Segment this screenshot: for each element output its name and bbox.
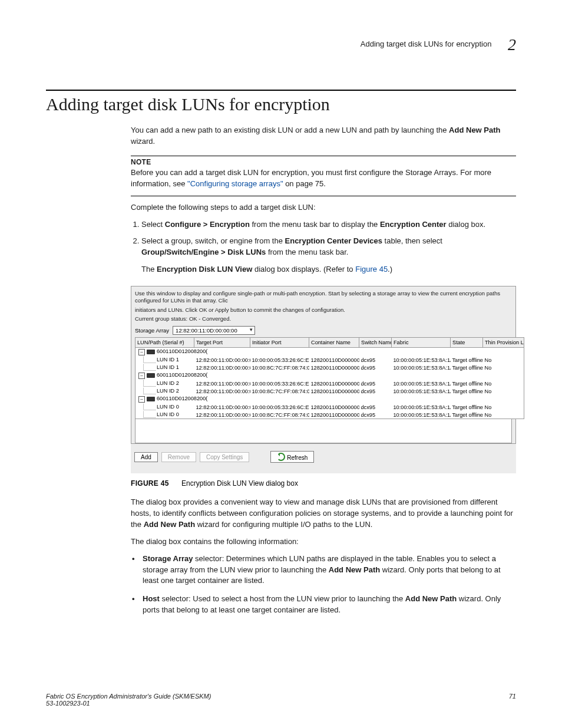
step-2-b2: Group/Switch/Engine > Disk LUNs [141,248,266,256]
steps-list: Select Configure > Encryption from the m… [131,219,516,275]
figure-caption: FIGURE 45 Encryption Disk LUN View dialo… [131,479,516,487]
intro-paragraph: You can add a new path to an existing di… [131,125,516,147]
cell-target: 12:82:00:11:0D:00:00:00 [194,356,250,364]
step-2-pre: Select a group, switch, or engine from t… [141,236,285,245]
col-lunpath[interactable]: LUN/Path (Serial #) [135,338,194,348]
copy-settings-button[interactable]: Copy Settings [200,452,249,462]
intro-prefix: You can add a new path to an existing di… [131,126,449,134]
cell-switch: dcx95 [359,364,392,371]
step-2-sub-pre: The [141,265,157,274]
note-rule-top [131,156,516,156]
group-serial: 600110D012008200( [157,372,207,378]
note-link[interactable]: "Configuring storage arrays" [187,179,283,188]
cell-state: Target offline [451,403,483,411]
cell-thin: No [483,356,524,364]
dialog-button-bar: Add Remove Copy Settings Refresh [131,444,516,473]
col-switch[interactable]: Switch Name [359,338,392,348]
table-group-row[interactable]: –600110D012008200( [135,395,524,403]
tree-collapse-icon[interactable]: – [138,349,145,355]
cell-lun: LUN ID 0 [157,404,179,410]
cell-switch: dcx95 [359,411,392,419]
add-button[interactable]: Add [134,452,158,462]
col-thin[interactable]: Thin Provision LUN [483,338,524,348]
cell-state: Target offline [451,411,483,419]
cell-fabric: 10:00:00:05:1E:53:8A:1A [392,411,451,419]
step-1-pre: Select [141,220,165,229]
storage-array-select[interactable]: 12:82:00:11:0D:00:00:00 [173,326,255,335]
remove-button[interactable]: Remove [161,452,196,462]
storage-array-label: Storage Array [135,327,169,334]
col-state[interactable]: State [451,338,483,348]
table-row[interactable]: LUN ID 012:82:00:11:0D:00:00:0010:00:8C:… [135,411,524,419]
storage-array-selector-row: Storage Array 12:82:00:11:0D:00:00:00 [135,326,512,335]
info-0-b2: Add New Path [329,565,380,574]
footer-docnum: 53-1002923-01 [46,700,211,707]
group-serial: 600110D012008200( [157,396,207,401]
drive-icon [147,350,155,354]
intro-suffix: wizard. [131,137,155,146]
step-2-b1: Encryption Center Devices [285,236,382,245]
cell-thin: No [483,411,524,419]
table-row[interactable]: LUN ID 212:82:00:11:0D:00:00:0010:00:00:… [135,380,524,387]
cell-target: 12:82:00:11:0D:00:00:00 [194,411,250,419]
cell-lun: LUN ID 0 [157,411,179,417]
step-1-b1: Configure > Encryption [165,220,250,229]
info-1-t1: selector: Used to select a host from the… [160,594,405,603]
group-serial: 600110D012008200( [157,348,207,354]
cell-lun: LUN ID 2 [157,380,179,386]
dialog-instructions-1: Use this window to display and configure… [135,290,512,305]
figure-wrap: Use this window to display and configure… [131,286,516,487]
lun-table: LUN/Path (Serial #) Target Port Initiato… [135,337,524,419]
step-2-sub-link[interactable]: Figure 45 [355,265,388,274]
info-item-host: Host selector: Used to select a host fro… [131,594,516,616]
refresh-button[interactable]: Refresh [270,451,314,463]
lun-table-header-row: LUN/Path (Serial #) Target Port Initiato… [135,338,524,348]
running-header: Adding target disk LUNs for encryption 2 [46,35,516,54]
cell-container: 128200110D000000 [309,411,359,419]
cell-target: 12:82:00:11:0D:00:00:00 [194,364,250,371]
table-row[interactable]: LUN ID 212:82:00:11:0D:00:00:0010:00:8C:… [135,387,524,395]
col-container[interactable]: Container Name [309,338,359,348]
cell-switch: dcx95 [359,380,392,387]
cell-state: Target offline [451,356,483,364]
cell-fabric: 10:00:00:05:1E:53:8A:1A [392,364,451,371]
cell-container: 128200110D000000 [309,356,359,364]
lead-in: Complete the following steps to add a ta… [131,202,516,213]
col-initiator[interactable]: Initiator Port [250,338,309,348]
col-target[interactable]: Target Port [194,338,250,348]
tree-collapse-icon[interactable]: – [138,373,145,379]
refresh-icon [277,453,285,461]
info-0-b1: Storage Array [143,554,193,563]
drive-icon [147,373,155,378]
page-number: 71 [509,693,516,707]
table-group-row[interactable]: –600110D012008200( [135,348,524,357]
cell-initiator: 10:00:00:05:33:26:6C:E5 [250,356,309,364]
cell-switch: dcx95 [359,387,392,395]
cell-fabric: 10:00:00:05:1E:53:8A:1A [392,387,451,395]
table-row[interactable]: LUN ID 112:82:00:11:0D:00:00:0010:00:00:… [135,356,524,364]
tree-collapse-icon[interactable]: – [138,396,145,403]
table-group-row[interactable]: –600110D012008200( [135,371,524,380]
after-fig-p2: The dialog box contains the following in… [131,536,516,548]
cell-lun: LUN ID 1 [157,364,179,370]
cell-initiator: 10:00:8C:7C:FF:08:74:01 [250,387,309,395]
cell-lun: LUN ID 1 [157,357,179,363]
cell-state: Target offline [451,387,483,395]
col-fabric[interactable]: Fabric [392,338,451,348]
tree-branch-icon [143,388,156,394]
figure-text: Encryption Disk LUN View dialog box [181,479,298,487]
info-1-b1: Host [143,594,160,603]
table-empty-space [135,419,512,443]
after-fig-p1-post: wizard for configuring multiple I/O path… [195,520,372,529]
table-row[interactable]: LUN ID 012:82:00:11:0D:00:00:0010:00:00:… [135,403,524,411]
cell-target: 12:82:00:11:0D:00:00:00 [194,387,250,395]
cell-state: Target offline [451,380,483,387]
step-2-sub-post: .) [388,265,392,274]
cell-switch: dcx95 [359,356,392,364]
refresh-label: Refresh [287,454,308,461]
cell-initiator: 10:00:8C:7C:FF:08:74:01 [250,411,309,419]
note-suffix: on page 75. [283,179,326,188]
cell-initiator: 10:00:00:05:33:26:6C:E5 [250,380,309,387]
table-row[interactable]: LUN ID 112:82:00:11:0D:00:00:0010:00:8C:… [135,364,524,371]
step-2-sub-b: Encryption Disk LUN View [157,265,252,274]
